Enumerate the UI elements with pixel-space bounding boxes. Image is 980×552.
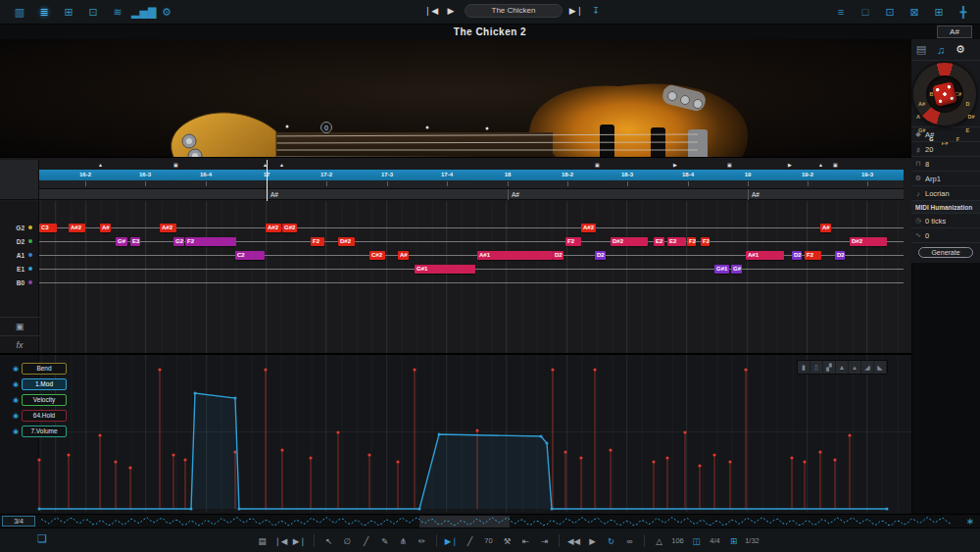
velocity-stem-handle[interactable]	[280, 448, 283, 451]
ruler-marker[interactable]: ▶	[673, 160, 677, 170]
note-block[interactable]: F2	[185, 237, 236, 246]
move-resize-icon[interactable]: ╋	[953, 4, 974, 20]
panel-close-icon[interactable]: ⊠	[904, 4, 925, 20]
scale-field[interactable]: ♪Locrian	[911, 186, 980, 201]
velocity-stem-handle[interactable]	[67, 453, 70, 456]
align-end-icon[interactable]: ⇥	[537, 536, 552, 546]
line-tool-icon[interactable]: ╱	[359, 536, 373, 546]
grid-snap-icon[interactable]: ⊞	[726, 536, 741, 546]
note-block[interactable]: A#1	[477, 251, 553, 260]
next-riff-button[interactable]: ▶❘	[566, 6, 586, 16]
layers-icon[interactable]: ▣	[0, 317, 39, 334]
velocity-stem-handle[interactable]	[728, 460, 731, 463]
humanize-velocity-field[interactable]: ∿0	[911, 228, 980, 243]
bass-guitar-view[interactable]: 0 String 1, Tune 0, D2	[0, 39, 911, 157]
note-block[interactable]: D#2	[338, 237, 355, 246]
arp-field[interactable]: ⚙Arp1	[911, 172, 980, 186]
note-block[interactable]: F2	[565, 237, 581, 246]
save-riff-button[interactable]: ↧	[586, 6, 606, 16]
lane-tab-1.Mod[interactable]: ◉1.Mod	[10, 376, 67, 392]
velocity-stem-handle[interactable]	[579, 456, 582, 459]
note-block[interactable]: A#1	[746, 251, 784, 260]
note-block[interactable]: A#2	[581, 224, 596, 232]
note-block[interactable]: D2	[553, 251, 564, 260]
eye-icon[interactable]: ◉	[10, 365, 22, 373]
chord-label[interactable]: A#	[267, 189, 278, 200]
velocity-stem-handle[interactable]	[803, 460, 806, 463]
velocity-stem-handle[interactable]	[172, 453, 174, 456]
note-block[interactable]: G#1	[415, 265, 475, 274]
mod-curve-point[interactable]	[551, 508, 554, 511]
note-grid[interactable]: C3A#2A#A#2A#2G#2A#2A#G#E3G2F2F2D#2F2D#2E…	[39, 201, 911, 354]
velocity-stem-handle[interactable]	[158, 368, 161, 371]
velocity-stem-handle[interactable]	[744, 368, 747, 371]
note-block[interactable]: G#1	[714, 265, 729, 274]
velocity-stem-handle[interactable]	[698, 464, 701, 467]
mod-curve-point[interactable]	[438, 433, 441, 436]
dial-note-A#[interactable]: A#	[917, 100, 927, 108]
note-block[interactable]: A#2	[266, 224, 281, 232]
note-block[interactable]: D2	[835, 251, 845, 260]
velocity-stem-handle[interactable]	[683, 430, 686, 433]
note-block[interactable]: F2	[311, 237, 324, 246]
mod-curve-point[interactable]	[234, 397, 237, 400]
dial-note-A[interactable]: A	[913, 113, 923, 121]
panel-dock-icon[interactable]: ⊞	[928, 4, 950, 20]
lane-tab-Velocity[interactable]: ◉Velocity	[10, 392, 67, 408]
minimap-zoom-icon[interactable]: ∗	[966, 515, 974, 528]
velocity-stem-handle[interactable]	[183, 458, 186, 461]
curve-preset-1[interactable]: ▯	[810, 361, 823, 374]
velocity-stem-handle[interactable]	[98, 433, 101, 436]
curve-preset-0[interactable]: ▮	[798, 361, 810, 374]
note-block[interactable]: A#2	[69, 224, 85, 232]
mod-curve-point[interactable]	[886, 508, 889, 511]
music-tab[interactable]: ♫	[931, 44, 951, 56]
chord-label[interactable]: A#	[748, 189, 760, 200]
velocity-stem-handle[interactable]	[128, 466, 131, 469]
note-block[interactable]: E2	[654, 237, 664, 246]
mod-curve-point[interactable]	[540, 435, 543, 438]
velocity-stem-handle[interactable]	[790, 456, 793, 459]
ruler-marker[interactable]: ▲	[98, 160, 103, 170]
fret-range-field[interactable]: ♯20	[911, 142, 980, 157]
velocity-stem-handle[interactable]	[593, 368, 596, 371]
audition-icon[interactable]: ▶❘	[444, 536, 459, 546]
velocity-stem-handle[interactable]	[309, 456, 312, 459]
ruler-marker[interactable]: ▣	[595, 160, 600, 170]
chord-label[interactable]: A#	[508, 189, 519, 200]
duplicate-riff-icon[interactable]: ❏	[37, 532, 47, 545]
riff-name-selector[interactable]: The Chicken	[465, 4, 563, 18]
fx-icon[interactable]: fx	[0, 335, 39, 353]
mod-curve-point[interactable]	[194, 392, 197, 395]
note-block[interactable]: C2	[235, 251, 265, 260]
dial-note-D#[interactable]: D#	[966, 113, 976, 121]
velocity-stem-handle[interactable]	[665, 456, 668, 459]
ruler-marker[interactable]: ▲	[279, 160, 284, 170]
pencil-tool-icon[interactable]: ✎	[377, 536, 392, 546]
velocity-stem-handle[interactable]	[336, 430, 339, 433]
velocity-stem-handle[interactable]	[475, 428, 478, 431]
settings-tab[interactable]: ⚙	[951, 43, 970, 56]
ruler-marker[interactable]: ▶	[788, 160, 792, 170]
draw-tool-icon[interactable]: ✏	[415, 536, 429, 546]
queue-list-icon[interactable]: ≡	[830, 4, 852, 20]
chord-view-icon[interactable]: ⊞	[58, 4, 79, 20]
curve-preset-2[interactable]: ▞	[823, 361, 836, 374]
timeline-ruler[interactable]: 16-216-316-41717-217-317-41818-218-318-4…	[39, 170, 904, 180]
play-riff-button[interactable]: ▶	[441, 6, 461, 16]
note-block[interactable]: D#2	[850, 237, 887, 246]
note-block[interactable]: F2	[805, 251, 821, 260]
prev-riff-button[interactable]: ❘◀	[421, 6, 441, 16]
eye-icon[interactable]: ◉	[10, 427, 22, 435]
ruler-marker[interactable]: ▣	[727, 160, 732, 170]
note-block[interactable]: G#	[731, 265, 742, 274]
eye-icon[interactable]: ◉	[10, 412, 22, 420]
riff-editor-icon[interactable]: ≣	[33, 4, 55, 20]
strings-view-icon[interactable]: ▥	[9, 4, 30, 20]
string-line-B0[interactable]	[39, 282, 904, 283]
velocity-stem-handle[interactable]	[37, 458, 40, 461]
metronome-icon[interactable]: △	[652, 536, 666, 546]
key-button[interactable]: A#	[937, 25, 972, 38]
note-block[interactable]: F2	[701, 237, 710, 246]
velocity-stem-handle[interactable]	[848, 433, 851, 436]
